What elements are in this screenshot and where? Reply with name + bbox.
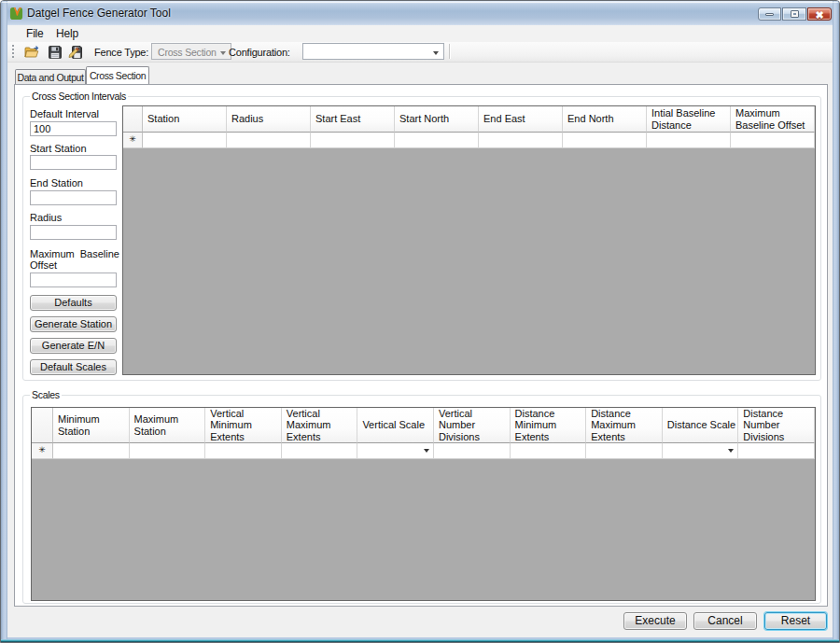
grid-new-row: ✳ <box>32 443 815 459</box>
grid-cell[interactable] <box>511 443 587 459</box>
fence-type-value: Cross Section <box>158 47 217 58</box>
grid-cell[interactable] <box>647 133 731 148</box>
menu-file[interactable]: File <box>20 27 50 40</box>
default-interval-label: Default Interval <box>30 108 99 119</box>
fence-type-combo: Cross Section <box>151 43 231 60</box>
grid-header-row: StationRadiusStart EastStart NorthEnd Ea… <box>123 106 815 133</box>
grid-cell[interactable] <box>205 443 282 459</box>
menu-bar: File Help <box>7 25 834 42</box>
end-station-label: End Station <box>30 177 83 189</box>
column-header-end-north[interactable]: End North <box>563 106 647 133</box>
radius-input[interactable] <box>30 225 117 240</box>
grid-cell[interactable] <box>479 133 563 148</box>
toolbar-separator <box>449 44 450 59</box>
grid-cell[interactable] <box>311 133 395 148</box>
maximize-button[interactable] <box>782 7 806 21</box>
column-header-distance-scale[interactable]: Distance Scale <box>663 408 739 443</box>
window-frame-highlight <box>2 2 838 3</box>
caption-buttons: ✖ <box>758 7 832 21</box>
start-station-input[interactable] <box>30 155 117 170</box>
radius-label: Radius <box>30 212 62 223</box>
tab-page-cross-section: Cross Section Intervals Default Interval… <box>14 84 828 607</box>
execute-button[interactable]: Execute <box>623 612 687 630</box>
column-header-start-east[interactable]: Start East <box>311 106 395 133</box>
open-icon[interactable] <box>24 45 39 60</box>
close-icon: ✖ <box>808 8 831 20</box>
close-button[interactable]: ✖ <box>807 7 832 21</box>
maximum-baseline-offset-label: Maximum Baseline Offset <box>30 248 119 271</box>
end-station-input[interactable] <box>30 190 117 205</box>
column-header-end-east[interactable]: End East <box>479 106 563 133</box>
cross-section-intervals-group: Cross Section Intervals Default Interval… <box>22 96 821 381</box>
column-header-vertical-maximum-extents[interactable]: Vertical Maximum Extents <box>282 408 358 443</box>
start-station-label: Start Station <box>30 143 87 154</box>
column-header-distance-maximum-extents[interactable]: Distance Maximum Extents <box>586 408 663 443</box>
tab-data-and-output[interactable]: Data and Output <box>15 69 86 84</box>
grid-cell[interactable] <box>738 443 815 459</box>
configuration-combo[interactable] <box>302 43 444 60</box>
window-frame-bottom-edge <box>1 639 839 642</box>
toolbar-grip[interactable] <box>12 45 15 60</box>
grid-cell[interactable] <box>53 443 130 459</box>
cross-section-intervals-grid[interactable]: StationRadiusStart EastStart NorthEnd Ea… <box>122 105 816 375</box>
grid-cell[interactable] <box>731 133 815 148</box>
save-icon[interactable] <box>48 45 63 60</box>
window-title: Datgel Fence Generator Tool <box>27 7 171 20</box>
grid-header-row: Minimum StationMaximum StationVertical M… <box>32 408 815 443</box>
grid-new-row: ✳ <box>123 133 815 148</box>
grid-cell[interactable] <box>282 443 358 459</box>
configuration-combo-arrow-icon <box>433 51 439 55</box>
minimize-button[interactable] <box>758 7 781 21</box>
scales-grid[interactable]: Minimum StationMaximum StationVertical M… <box>31 407 816 601</box>
cell-dropdown-arrow-icon[interactable] <box>424 449 429 453</box>
grid-cell[interactable] <box>586 443 663 459</box>
app-window: Datgel Fence Generator Tool ✖ File Help <box>0 0 840 643</box>
window-frame-right <box>833 1 839 642</box>
window-frame-left <box>1 1 7 642</box>
generate-station-button[interactable]: Generate Station <box>30 316 117 332</box>
maximize-icon <box>791 10 799 18</box>
toolbar: Fence Type: Cross Section Configuration: <box>7 42 834 63</box>
column-header-start-north[interactable]: Start North <box>395 106 479 133</box>
column-header-vertical-number-divisions[interactable]: Vertical Number Divisions <box>434 408 511 443</box>
column-header-intial-baseline-distance[interactable]: Intial Baseline Distance <box>647 106 731 133</box>
menu-help[interactable]: Help <box>49 27 85 40</box>
column-header-vertical-minimum-extents[interactable]: Vertical Minimum Extents <box>205 408 282 443</box>
grid-cell[interactable] <box>563 133 647 148</box>
grid-cell[interactable] <box>434 443 511 459</box>
tab-cross-section[interactable]: Cross Section <box>86 66 149 84</box>
column-header-distance-minimum-extents[interactable]: Distance Minimum Extents <box>511 408 587 443</box>
new-row-marker[interactable]: ✳ <box>123 133 143 148</box>
app-icon <box>9 7 23 21</box>
column-header-minimum-station[interactable]: Minimum Station <box>53 408 130 443</box>
grid-cell[interactable] <box>227 133 311 148</box>
scales-group: Scales Minimum StationMaximum StationVer… <box>22 395 821 604</box>
save-as-icon[interactable] <box>68 45 83 60</box>
column-header-radius[interactable]: Radius <box>227 106 311 133</box>
grid-cell[interactable] <box>357 443 434 459</box>
maximum-baseline-offset-input[interactable] <box>30 273 117 287</box>
column-header-maximum-baseline-offset[interactable]: Maximum Baseline Offset <box>731 106 815 133</box>
client-area: File Help <box>7 25 834 637</box>
grid-cell[interactable] <box>663 443 739 459</box>
default-interval-input[interactable] <box>30 121 117 136</box>
grid-cell[interactable] <box>143 133 227 148</box>
column-header-distance-number-divisions[interactable]: Distance Number Divisions <box>738 408 815 443</box>
new-row-marker[interactable]: ✳ <box>32 443 53 459</box>
configuration-label: Configuration: <box>229 47 290 58</box>
default-scales-button[interactable]: Default Scales <box>30 359 117 375</box>
column-header-vertical-scale[interactable]: Vertical Scale <box>357 408 434 443</box>
cell-dropdown-arrow-icon[interactable] <box>728 449 734 453</box>
minimize-icon <box>765 13 774 16</box>
reset-button[interactable]: Reset <box>764 612 827 630</box>
column-header-station[interactable]: Station <box>143 106 227 133</box>
generate-en-button[interactable]: Generate E/N <box>30 338 117 354</box>
cancel-button[interactable]: Cancel <box>693 612 757 630</box>
scales-group-title: Scales <box>30 389 62 401</box>
fence-type-label: Fence Type: <box>94 47 148 58</box>
defaults-button[interactable]: Defaults <box>30 295 117 311</box>
grid-cell[interactable] <box>130 443 206 459</box>
fence-type-combo-arrow-icon <box>220 51 226 55</box>
grid-cell[interactable] <box>395 133 479 148</box>
column-header-maximum-station[interactable]: Maximum Station <box>130 408 206 443</box>
